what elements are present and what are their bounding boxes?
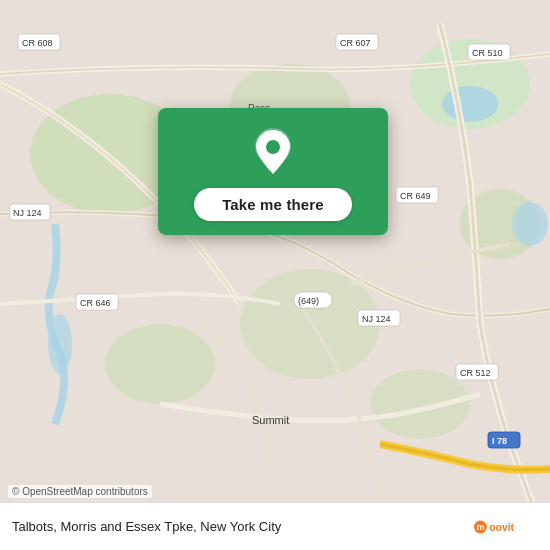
svg-text:(649): (649) — [298, 296, 319, 306]
svg-text:I 78: I 78 — [492, 436, 507, 446]
location-card: Take me there — [158, 108, 388, 235]
svg-point-36 — [266, 140, 280, 154]
svg-point-6 — [370, 369, 470, 439]
svg-point-5 — [105, 324, 215, 404]
location-text: Talbots, Morris and Essex Tpke, New York… — [12, 519, 474, 534]
svg-text:CR 510: CR 510 — [472, 48, 503, 58]
svg-text:CR 607: CR 607 — [340, 38, 371, 48]
moovit-logo-svg: m oovit — [474, 513, 538, 541]
moovit-logo: m oovit — [474, 513, 538, 541]
svg-text:Summit: Summit — [252, 414, 289, 426]
svg-text:CR 512: CR 512 — [460, 368, 491, 378]
svg-text:NJ 124: NJ 124 — [13, 208, 42, 218]
bottom-bar: Talbots, Morris and Essex Tpke, New York… — [0, 502, 550, 550]
map-container: CR 608 NJ 124 CR 60 CR 646 CR 607 CR 510… — [0, 0, 550, 550]
map-svg: CR 608 NJ 124 CR 60 CR 646 CR 607 CR 510… — [0, 0, 550, 550]
map-pin-icon — [247, 126, 299, 178]
osm-credit: © OpenStreetMap contributors — [8, 485, 152, 498]
svg-text:CR 608: CR 608 — [22, 38, 53, 48]
svg-point-7 — [442, 86, 498, 122]
svg-text:oovit: oovit — [489, 522, 514, 533]
svg-text:CR 649: CR 649 — [400, 191, 431, 201]
svg-point-8 — [512, 202, 548, 246]
svg-text:CR 646: CR 646 — [80, 298, 111, 308]
take-me-there-button[interactable]: Take me there — [194, 188, 352, 221]
svg-text:NJ 124: NJ 124 — [362, 314, 391, 324]
svg-text:m: m — [477, 522, 485, 532]
